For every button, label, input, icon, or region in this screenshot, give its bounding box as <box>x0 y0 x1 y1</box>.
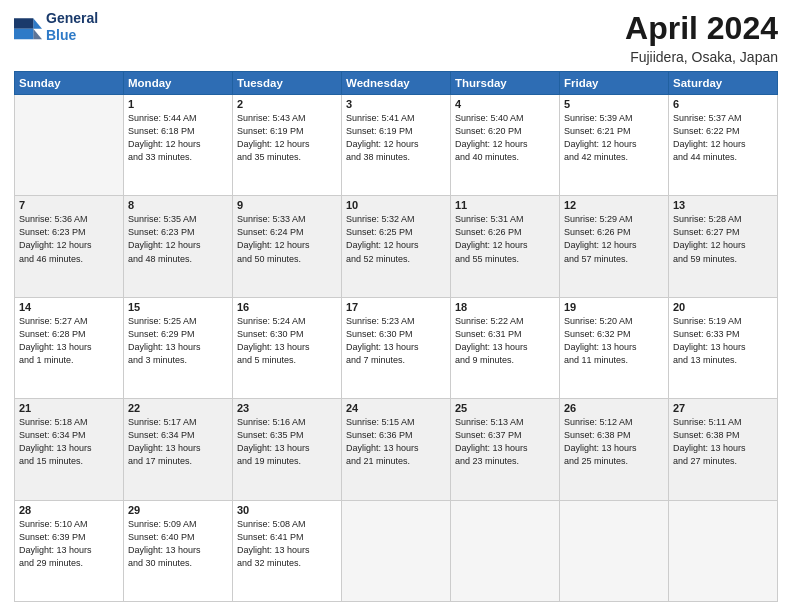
calendar-week-row: 28Sunrise: 5:10 AMSunset: 6:39 PMDayligh… <box>15 500 778 601</box>
calendar-day-cell: 2Sunrise: 5:43 AMSunset: 6:19 PMDaylight… <box>233 95 342 196</box>
month-title: April 2024 <box>625 10 778 47</box>
logo-text: General Blue <box>46 10 98 44</box>
calendar-day-cell: 7Sunrise: 5:36 AMSunset: 6:23 PMDaylight… <box>15 196 124 297</box>
day-number: 4 <box>455 98 555 110</box>
calendar-day-cell: 26Sunrise: 5:12 AMSunset: 6:38 PMDayligh… <box>560 399 669 500</box>
calendar-day-cell: 27Sunrise: 5:11 AMSunset: 6:38 PMDayligh… <box>669 399 778 500</box>
day-info: Sunrise: 5:39 AMSunset: 6:21 PMDaylight:… <box>564 112 664 164</box>
calendar-day-cell: 9Sunrise: 5:33 AMSunset: 6:24 PMDaylight… <box>233 196 342 297</box>
day-info: Sunrise: 5:23 AMSunset: 6:30 PMDaylight:… <box>346 315 446 367</box>
day-number: 6 <box>673 98 773 110</box>
calendar-day-cell: 28Sunrise: 5:10 AMSunset: 6:39 PMDayligh… <box>15 500 124 601</box>
calendar-day-cell: 11Sunrise: 5:31 AMSunset: 6:26 PMDayligh… <box>451 196 560 297</box>
svg-marker-0 <box>33 18 42 29</box>
day-number: 8 <box>128 199 228 211</box>
weekday-header: Monday <box>124 72 233 95</box>
calendar-day-cell: 16Sunrise: 5:24 AMSunset: 6:30 PMDayligh… <box>233 297 342 398</box>
day-number: 27 <box>673 402 773 414</box>
calendar-day-cell: 25Sunrise: 5:13 AMSunset: 6:37 PMDayligh… <box>451 399 560 500</box>
day-number: 28 <box>19 504 119 516</box>
day-info: Sunrise: 5:11 AMSunset: 6:38 PMDaylight:… <box>673 416 773 468</box>
day-number: 12 <box>564 199 664 211</box>
day-info: Sunrise: 5:13 AMSunset: 6:37 PMDaylight:… <box>455 416 555 468</box>
weekday-header: Tuesday <box>233 72 342 95</box>
day-number: 19 <box>564 301 664 313</box>
day-info: Sunrise: 5:15 AMSunset: 6:36 PMDaylight:… <box>346 416 446 468</box>
calendar-day-cell <box>669 500 778 601</box>
day-number: 18 <box>455 301 555 313</box>
calendar-header-row: SundayMondayTuesdayWednesdayThursdayFrid… <box>15 72 778 95</box>
day-number: 20 <box>673 301 773 313</box>
logo-icon <box>14 13 42 41</box>
calendar-week-row: 14Sunrise: 5:27 AMSunset: 6:28 PMDayligh… <box>15 297 778 398</box>
logo: General Blue <box>14 10 98 44</box>
day-number: 11 <box>455 199 555 211</box>
day-info: Sunrise: 5:22 AMSunset: 6:31 PMDaylight:… <box>455 315 555 367</box>
day-info: Sunrise: 5:41 AMSunset: 6:19 PMDaylight:… <box>346 112 446 164</box>
calendar-day-cell: 5Sunrise: 5:39 AMSunset: 6:21 PMDaylight… <box>560 95 669 196</box>
day-number: 26 <box>564 402 664 414</box>
calendar-day-cell: 20Sunrise: 5:19 AMSunset: 6:33 PMDayligh… <box>669 297 778 398</box>
calendar-day-cell: 30Sunrise: 5:08 AMSunset: 6:41 PMDayligh… <box>233 500 342 601</box>
day-number: 25 <box>455 402 555 414</box>
day-number: 24 <box>346 402 446 414</box>
day-info: Sunrise: 5:35 AMSunset: 6:23 PMDaylight:… <box>128 213 228 265</box>
weekday-header: Wednesday <box>342 72 451 95</box>
day-info: Sunrise: 5:43 AMSunset: 6:19 PMDaylight:… <box>237 112 337 164</box>
day-number: 1 <box>128 98 228 110</box>
calendar-day-cell: 10Sunrise: 5:32 AMSunset: 6:25 PMDayligh… <box>342 196 451 297</box>
day-info: Sunrise: 5:40 AMSunset: 6:20 PMDaylight:… <box>455 112 555 164</box>
day-number: 29 <box>128 504 228 516</box>
calendar-day-cell: 29Sunrise: 5:09 AMSunset: 6:40 PMDayligh… <box>124 500 233 601</box>
day-info: Sunrise: 5:10 AMSunset: 6:39 PMDaylight:… <box>19 518 119 570</box>
svg-marker-1 <box>33 29 42 40</box>
day-number: 3 <box>346 98 446 110</box>
day-info: Sunrise: 5:09 AMSunset: 6:40 PMDaylight:… <box>128 518 228 570</box>
calendar-day-cell: 12Sunrise: 5:29 AMSunset: 6:26 PMDayligh… <box>560 196 669 297</box>
day-info: Sunrise: 5:33 AMSunset: 6:24 PMDaylight:… <box>237 213 337 265</box>
day-number: 23 <box>237 402 337 414</box>
calendar-day-cell: 23Sunrise: 5:16 AMSunset: 6:35 PMDayligh… <box>233 399 342 500</box>
calendar: SundayMondayTuesdayWednesdayThursdayFrid… <box>14 71 778 602</box>
day-number: 15 <box>128 301 228 313</box>
calendar-week-row: 21Sunrise: 5:18 AMSunset: 6:34 PMDayligh… <box>15 399 778 500</box>
calendar-day-cell <box>15 95 124 196</box>
weekday-header: Friday <box>560 72 669 95</box>
day-info: Sunrise: 5:25 AMSunset: 6:29 PMDaylight:… <box>128 315 228 367</box>
day-number: 22 <box>128 402 228 414</box>
calendar-day-cell: 24Sunrise: 5:15 AMSunset: 6:36 PMDayligh… <box>342 399 451 500</box>
day-info: Sunrise: 5:17 AMSunset: 6:34 PMDaylight:… <box>128 416 228 468</box>
day-number: 30 <box>237 504 337 516</box>
day-number: 16 <box>237 301 337 313</box>
day-number: 21 <box>19 402 119 414</box>
day-number: 7 <box>19 199 119 211</box>
day-number: 14 <box>19 301 119 313</box>
calendar-day-cell <box>560 500 669 601</box>
day-info: Sunrise: 5:19 AMSunset: 6:33 PMDaylight:… <box>673 315 773 367</box>
day-number: 2 <box>237 98 337 110</box>
day-info: Sunrise: 5:16 AMSunset: 6:35 PMDaylight:… <box>237 416 337 468</box>
page: General Blue April 2024 Fujiidera, Osaka… <box>0 0 792 612</box>
day-info: Sunrise: 5:27 AMSunset: 6:28 PMDaylight:… <box>19 315 119 367</box>
day-info: Sunrise: 5:29 AMSunset: 6:26 PMDaylight:… <box>564 213 664 265</box>
calendar-day-cell: 19Sunrise: 5:20 AMSunset: 6:32 PMDayligh… <box>560 297 669 398</box>
calendar-day-cell <box>451 500 560 601</box>
day-number: 5 <box>564 98 664 110</box>
calendar-day-cell: 14Sunrise: 5:27 AMSunset: 6:28 PMDayligh… <box>15 297 124 398</box>
day-number: 13 <box>673 199 773 211</box>
day-info: Sunrise: 5:18 AMSunset: 6:34 PMDaylight:… <box>19 416 119 468</box>
svg-rect-2 <box>14 18 33 29</box>
calendar-day-cell <box>342 500 451 601</box>
day-number: 10 <box>346 199 446 211</box>
weekday-header: Saturday <box>669 72 778 95</box>
calendar-week-row: 7Sunrise: 5:36 AMSunset: 6:23 PMDaylight… <box>15 196 778 297</box>
calendar-day-cell: 18Sunrise: 5:22 AMSunset: 6:31 PMDayligh… <box>451 297 560 398</box>
svg-rect-3 <box>14 29 33 40</box>
day-info: Sunrise: 5:28 AMSunset: 6:27 PMDaylight:… <box>673 213 773 265</box>
day-info: Sunrise: 5:36 AMSunset: 6:23 PMDaylight:… <box>19 213 119 265</box>
day-info: Sunrise: 5:08 AMSunset: 6:41 PMDaylight:… <box>237 518 337 570</box>
calendar-day-cell: 1Sunrise: 5:44 AMSunset: 6:18 PMDaylight… <box>124 95 233 196</box>
calendar-day-cell: 13Sunrise: 5:28 AMSunset: 6:27 PMDayligh… <box>669 196 778 297</box>
calendar-day-cell: 22Sunrise: 5:17 AMSunset: 6:34 PMDayligh… <box>124 399 233 500</box>
day-number: 17 <box>346 301 446 313</box>
